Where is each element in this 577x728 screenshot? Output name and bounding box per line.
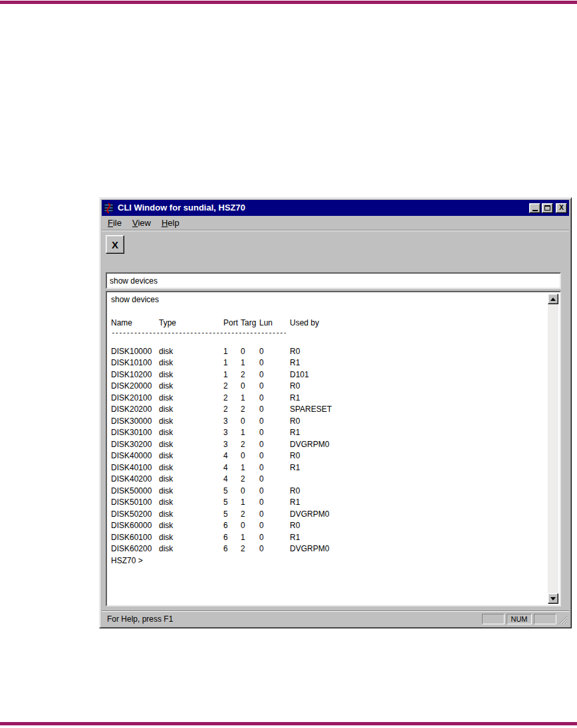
port-cell: 1 bbox=[223, 357, 241, 369]
minimize-button[interactable] bbox=[529, 203, 540, 213]
device-type-cell: disk bbox=[159, 369, 223, 381]
targ-cell: 2 bbox=[241, 369, 259, 381]
minimize-icon bbox=[532, 210, 538, 211]
used-by-cell: R1 bbox=[290, 357, 548, 369]
port-cell: 5 bbox=[223, 509, 241, 521]
table-row: DISK40200 disk 4 2 0 bbox=[111, 474, 548, 486]
exit-x-icon: X bbox=[112, 239, 118, 250]
used-by-cell: R0 bbox=[290, 416, 548, 428]
lun-cell: 0 bbox=[259, 543, 290, 555]
used-by-cell: R0 bbox=[290, 450, 548, 462]
port-cell: 4 bbox=[223, 450, 241, 462]
cli-app-icon bbox=[104, 203, 115, 214]
port-cell: 2 bbox=[223, 393, 241, 405]
column-header-targ: Targ bbox=[241, 318, 259, 329]
device-name-cell: DISK50000 bbox=[111, 486, 159, 498]
page-bottom-rule bbox=[0, 722, 577, 725]
device-name-cell: DISK40200 bbox=[111, 474, 159, 486]
device-name-cell: DISK50200 bbox=[111, 509, 159, 521]
device-name-cell: DISK50100 bbox=[111, 497, 159, 509]
table-row: DISK10000 disk 1 0 0 R0 bbox=[111, 346, 548, 358]
scroll-down-button[interactable] bbox=[548, 593, 558, 604]
lun-cell: 0 bbox=[259, 404, 290, 416]
device-type-cell: disk bbox=[159, 509, 223, 521]
exit-cli-button[interactable]: X bbox=[106, 235, 124, 254]
menu-item-file[interactable]: File bbox=[102, 217, 127, 229]
device-type-cell: disk bbox=[159, 474, 223, 486]
lun-cell: 0 bbox=[259, 416, 290, 428]
targ-cell: 1 bbox=[241, 462, 259, 474]
device-type-cell: disk bbox=[159, 357, 223, 369]
lun-cell: 0 bbox=[259, 357, 290, 369]
lun-cell: 0 bbox=[259, 509, 290, 521]
port-cell: 6 bbox=[223, 532, 241, 544]
device-name-cell: DISK60000 bbox=[111, 520, 159, 532]
blank-line bbox=[111, 337, 548, 346]
device-type-cell: disk bbox=[159, 462, 223, 474]
status-help-text: For Help, press F1 bbox=[103, 614, 480, 624]
column-header-port: Port bbox=[223, 318, 241, 329]
close-button[interactable]: X bbox=[556, 203, 567, 213]
targ-cell: 1 bbox=[241, 357, 259, 369]
device-type-cell: disk bbox=[159, 486, 223, 498]
targ-cell: 2 bbox=[241, 474, 259, 486]
lun-cell: 0 bbox=[259, 474, 290, 486]
column-header-type: Type bbox=[159, 318, 223, 329]
used-by-cell: DVGRPM0 bbox=[290, 509, 548, 521]
status-pane-num: NUM bbox=[507, 614, 532, 624]
terminal-text: show devices Name Type Port Targ Lun Use… bbox=[107, 292, 548, 605]
device-name-cell: DISK20100 bbox=[111, 393, 159, 405]
port-cell: 2 bbox=[223, 381, 241, 393]
device-type-cell: disk bbox=[159, 543, 223, 555]
device-type-cell: disk bbox=[159, 532, 223, 544]
port-cell: 6 bbox=[223, 543, 241, 555]
scrollbar-track[interactable] bbox=[548, 304, 558, 593]
port-cell: 3 bbox=[223, 439, 241, 451]
echo-line: show devices bbox=[111, 294, 548, 306]
table-row: DISK50000 disk 5 0 0 R0 bbox=[111, 486, 548, 498]
device-type-cell: disk bbox=[159, 427, 223, 439]
port-cell: 5 bbox=[223, 486, 241, 498]
title-bar[interactable]: CLI Window for sundial, HSZ70 X bbox=[102, 200, 569, 216]
window-title: CLI Window for sundial, HSZ70 bbox=[118, 203, 529, 213]
targ-cell: 1 bbox=[241, 532, 259, 544]
menu-item-view[interactable]: View bbox=[127, 217, 156, 229]
table-row: DISK50100 disk 5 1 0 R1 bbox=[111, 497, 548, 509]
device-name-cell: DISK30000 bbox=[111, 416, 159, 428]
device-type-cell: disk bbox=[159, 450, 223, 462]
device-name-cell: DISK40000 bbox=[111, 450, 159, 462]
port-cell: 4 bbox=[223, 474, 241, 486]
column-header-name: Name bbox=[111, 318, 159, 329]
toolbar: X bbox=[102, 230, 569, 261]
lun-cell: 0 bbox=[259, 346, 290, 358]
targ-cell: 1 bbox=[241, 393, 259, 405]
targ-cell: 2 bbox=[241, 543, 259, 555]
lun-cell: 0 bbox=[259, 520, 290, 532]
scroll-up-icon bbox=[550, 298, 556, 301]
resize-grip[interactable] bbox=[558, 614, 568, 624]
lun-cell: 0 bbox=[259, 393, 290, 405]
device-name-cell: DISK20000 bbox=[111, 381, 159, 393]
device-name-cell: DISK40100 bbox=[111, 462, 159, 474]
lun-cell: 0 bbox=[259, 381, 290, 393]
device-type-cell: disk bbox=[159, 381, 223, 393]
port-cell: 3 bbox=[223, 416, 241, 428]
targ-cell: 1 bbox=[241, 427, 259, 439]
port-cell: 6 bbox=[223, 520, 241, 532]
command-input[interactable] bbox=[106, 272, 561, 289]
page-top-rule bbox=[0, 1, 577, 4]
divider-line: ----------------------------------------… bbox=[111, 329, 286, 337]
used-by-cell: R0 bbox=[290, 346, 548, 358]
used-by-cell: DVGRPM0 bbox=[290, 439, 548, 451]
menu-item-help[interactable]: Help bbox=[156, 217, 185, 229]
vertical-scrollbar[interactable] bbox=[548, 294, 558, 604]
terminal-output: show devices Name Type Port Targ Lun Use… bbox=[106, 291, 561, 606]
table-row: DISK10200 disk 1 2 0 D101 bbox=[111, 369, 548, 381]
used-by-cell: R1 bbox=[290, 462, 548, 474]
scroll-up-button[interactable] bbox=[548, 294, 558, 304]
device-name-cell: DISK30200 bbox=[111, 439, 159, 451]
lun-cell: 0 bbox=[259, 450, 290, 462]
maximize-button[interactable] bbox=[542, 203, 553, 213]
used-by-cell: D101 bbox=[290, 369, 548, 381]
lun-cell: 0 bbox=[259, 532, 290, 544]
